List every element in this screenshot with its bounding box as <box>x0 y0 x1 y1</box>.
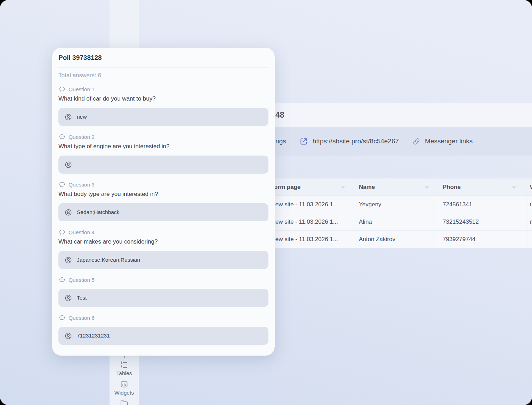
cell-clipped <box>526 231 532 248</box>
speech-bubble-icon <box>58 181 66 188</box>
question-block: Question 1 What kind of car do you want … <box>58 86 268 126</box>
answer-pill: 71231231231 <box>58 327 268 345</box>
question-block: Question 5 Test <box>58 276 268 307</box>
cell-phone: 7939279744 <box>439 231 526 248</box>
answer-pill <box>58 156 268 174</box>
messenger-links-link[interactable]: Messenger links <box>425 137 473 145</box>
answer-text: 71231231231 <box>77 333 110 339</box>
answer-text: new <box>77 114 87 120</box>
question-text: What car makes are you considering? <box>58 238 268 246</box>
cell-phone: 73215243512 <box>439 213 526 230</box>
filter-icon[interactable] <box>424 184 430 190</box>
question-label: Question 6 <box>58 314 268 321</box>
cell-phone: 724561341 <box>439 196 526 213</box>
question-block: Question 6 71231231231 <box>58 314 268 345</box>
user-circle-icon <box>64 294 72 302</box>
cell-clipped: n <box>526 213 532 230</box>
answer-pill: Japanese;Korean;Russian <box>58 251 268 269</box>
widget-icon <box>120 380 129 389</box>
speech-bubble-icon <box>58 276 66 284</box>
sidebar-item-tables[interactable]: Tables <box>110 360 139 376</box>
question-label: Question 2 <box>58 133 268 141</box>
answer-text: Sedan;Hatchback <box>77 209 119 215</box>
chain-link-icon[interactable] <box>412 137 421 146</box>
question-label: Question 4 <box>58 229 268 236</box>
answer-text: Test <box>77 295 87 301</box>
ordered-list-icon <box>120 360 129 370</box>
poll-title: Poll 39738128 <box>58 53 268 63</box>
column-header-name[interactable]: Name <box>355 178 439 196</box>
answer-text: Japanese;Korean;Russian <box>77 257 140 263</box>
question-block: Question 4 What car makes are you consid… <box>58 229 268 269</box>
divider <box>58 68 268 68</box>
sidebar-item-label: Tables <box>116 370 132 376</box>
user-circle-icon <box>64 208 72 216</box>
question-label: Question 1 <box>58 86 268 93</box>
question-label: Question 5 <box>58 276 268 284</box>
answer-pill: Test <box>58 289 268 307</box>
cell-name: Anton Zakirov <box>355 231 439 248</box>
sidebar-item-widgets[interactable]: Widgets <box>110 380 139 396</box>
question-text: What body type are you interested in? <box>58 190 268 198</box>
cell-clipped: u <box>526 196 532 213</box>
app-screen: Tables Widgets 48 ings <box>0 0 532 405</box>
speech-bubble-icon <box>58 229 66 236</box>
filter-icon[interactable] <box>511 184 517 190</box>
user-circle-icon <box>64 161 72 169</box>
answer-pill: Sedan;Hatchback <box>58 203 268 221</box>
user-circle-icon <box>64 113 72 121</box>
question-text: What type of engine are you interested i… <box>58 142 268 150</box>
question-block: Question 2 What type of engine are you i… <box>58 133 268 174</box>
site-url-link[interactable]: https://sbsite.pro/st/8c54e267 <box>313 137 399 145</box>
cell-name: Yevgeny <box>355 196 439 213</box>
question-text: What kind of car do you want to buy? <box>58 95 268 103</box>
speech-bubble-icon <box>58 314 66 321</box>
external-link-icon[interactable] <box>299 137 308 146</box>
settings-link[interactable]: ings <box>274 137 286 145</box>
total-answers: Total answers: 6 <box>58 72 268 79</box>
user-circle-icon <box>64 256 72 264</box>
filter-icon[interactable] <box>340 184 346 190</box>
folder-icon[interactable] <box>120 399 129 405</box>
question-label: Question 3 <box>58 181 268 188</box>
speech-bubble-icon <box>58 86 66 93</box>
sidebar-item-label: Widgets <box>114 390 134 396</box>
poll-results-card: Poll 39738128 Total answers: 6 Question … <box>52 48 275 356</box>
page-title: 48 <box>275 103 284 127</box>
column-header-phone[interactable]: Phone <box>439 178 526 196</box>
cell-name: Alina <box>355 213 439 230</box>
speech-bubble-icon <box>58 133 66 141</box>
column-header-clipped[interactable]: W <box>526 178 532 196</box>
question-block: Question 3 What body type are you intere… <box>58 181 268 221</box>
user-circle-icon <box>64 332 72 340</box>
answer-pill: new <box>58 108 268 126</box>
